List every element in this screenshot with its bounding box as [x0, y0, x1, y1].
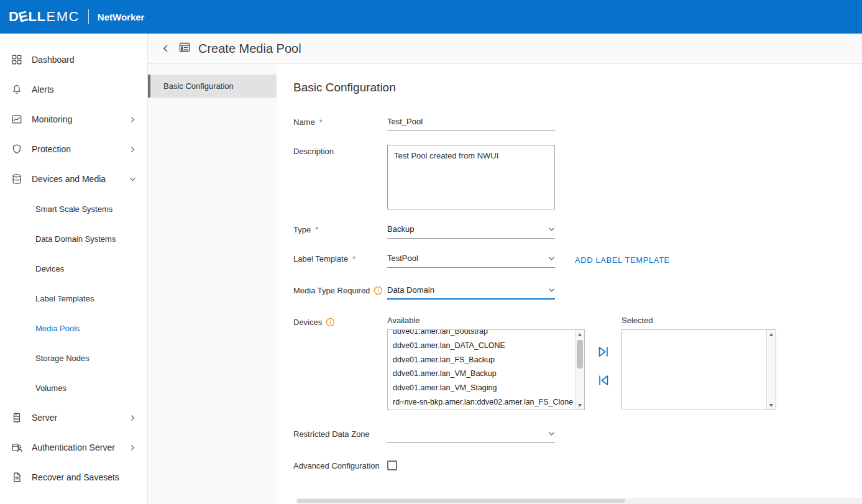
advanced-configuration-checkbox[interactable] — [387, 460, 397, 470]
available-listbox[interactable]: ddve01.amer.lan_Bootstrap ddve01.amer.la… — [387, 329, 585, 410]
horizontal-scrollbar[interactable] — [296, 498, 862, 504]
selected-scrollbar[interactable] — [766, 330, 776, 410]
sidebar-item-label-templates[interactable]: Label Templates — [0, 283, 148, 313]
wizard-steps-panel: Basic Configuration — [148, 64, 277, 504]
basic-configuration-form: Basic Configuration Name* Description — [277, 64, 862, 504]
sidebar-item-devices-and-media[interactable]: Devices and Media — [0, 164, 148, 194]
sidebar-item-alerts[interactable]: Alerts — [0, 75, 148, 104]
bell-icon — [11, 84, 22, 95]
dell-emc-logo: DELLEMC NetWorker — [9, 9, 144, 25]
info-icon[interactable] — [326, 318, 335, 327]
move-left-icon — [595, 372, 612, 388]
logo-emc: EMC — [46, 9, 79, 25]
sidebar: Dashboard Alerts Monitoring Protection D… — [0, 34, 148, 504]
scroll-up-arrow[interactable] — [767, 330, 776, 339]
sidebar-item-volumes[interactable]: Volumes — [0, 373, 148, 403]
required-asterisk: * — [315, 225, 318, 234]
media-pool-icon — [178, 41, 191, 56]
sidebar-item-server[interactable]: Server — [0, 403, 148, 433]
sidebar-item-label: Alerts — [32, 85, 54, 94]
form-heading: Basic Configuration — [293, 81, 862, 94]
chevron-down-icon — [548, 285, 555, 295]
transfer-buttons — [585, 316, 621, 389]
list-item[interactable]: rd=nve-sn-bkp.amer.lan:ddve02.amer.lan_V… — [388, 410, 575, 410]
description-textarea[interactable]: Test Pool created from NWUI — [387, 145, 555, 209]
sidebar-item-smart-scale-systems[interactable]: Smart Scale Systems — [0, 194, 148, 224]
chevron-right-icon — [129, 414, 137, 422]
sidebar-item-recover-and-savesets[interactable]: Recover and Savesets — [0, 462, 148, 492]
move-right-icon — [595, 344, 612, 360]
restricted-data-zone-row: Restricted Data Zone — [293, 428, 862, 443]
main-content: Create Media Pool Basic Configuration Ba… — [148, 34, 862, 504]
name-input[interactable] — [387, 116, 555, 131]
page-body: Basic Configuration Basic Configuration … — [148, 64, 862, 504]
list-item[interactable]: rd=nve-sn-bkp.amer.lan:ddve02.amer.lan_F… — [388, 395, 575, 410]
advanced-configuration-row: Advanced Configuration — [293, 459, 862, 470]
required-asterisk: * — [319, 117, 323, 127]
list-item[interactable]: ddve01.amer.lan_VM_Backup — [388, 367, 575, 381]
product-name: NetWorker — [98, 12, 145, 22]
name-row: Name* — [293, 116, 862, 131]
sidebar-item-label: Protection — [32, 144, 71, 154]
sidebar-subitem-label: Media Pools — [35, 324, 80, 333]
database-stack-icon — [11, 173, 22, 185]
recover-document-icon — [11, 472, 22, 483]
sidebar-item-devices[interactable]: Devices — [0, 254, 148, 283]
restricted-data-zone-select[interactable] — [387, 428, 555, 443]
scroll-down-arrow[interactable] — [767, 401, 776, 410]
description-label: Description — [293, 145, 387, 156]
sidebar-item-label: Server — [32, 413, 57, 423]
label-template-label: Label Template* — [293, 252, 387, 263]
devices-row: Devices Available ddve01.amer.lan_Bootst… — [293, 316, 862, 410]
chevron-right-icon — [129, 145, 137, 153]
selected-listbox[interactable] — [621, 329, 776, 410]
add-label-template-button[interactable]: ADD LABEL TEMPLATE — [575, 252, 670, 265]
wizard-step-basic-configuration[interactable]: Basic Configuration — [148, 75, 277, 98]
scroll-down-arrow[interactable] — [575, 401, 584, 410]
sidebar-item-media-pools[interactable]: Media Pools — [0, 313, 148, 343]
sidebar-item-monitoring[interactable]: Monitoring — [0, 104, 148, 134]
list-item[interactable]: ddve01.amer.lan_Bootstrap — [388, 330, 575, 339]
available-scrollbar[interactable] — [575, 330, 584, 410]
restricted-data-zone-label: Restricted Data Zone — [293, 428, 387, 439]
page-titlebar: Create Media Pool — [148, 34, 862, 64]
label-template-select-value: TestPool — [387, 254, 418, 263]
sidebar-item-label: Dashboard — [32, 55, 75, 65]
page-title: Create Media Pool — [198, 42, 301, 56]
media-type-required-row: Media Type Required Data Domain — [293, 284, 862, 300]
media-type-required-select[interactable]: Data Domain — [387, 284, 555, 300]
scrollbar-thumb[interactable] — [577, 340, 583, 369]
available-column: Available ddve01.amer.lan_Bootstrap ddve… — [387, 316, 585, 410]
devices-dual-list: Available ddve01.amer.lan_Bootstrap ddve… — [387, 316, 776, 410]
brand-separator — [88, 9, 89, 24]
sidebar-item-dashboard[interactable]: Dashboard — [0, 45, 148, 75]
horizontal-scrollbar-thumb[interactable] — [297, 499, 625, 503]
scroll-up-arrow[interactable] — [575, 330, 584, 339]
dashboard-icon — [11, 54, 22, 65]
info-icon[interactable] — [374, 286, 383, 295]
monitoring-icon — [11, 114, 22, 125]
type-row: Type* Backup — [293, 223, 862, 239]
sidebar-item-protection[interactable]: Protection — [0, 134, 148, 164]
list-item[interactable]: ddve01.amer.lan_DATA_CLONE — [388, 339, 575, 353]
advanced-configuration-label: Advanced Configuration — [293, 459, 387, 470]
selected-column: Selected — [621, 316, 776, 410]
wizard-step-label: Basic Configuration — [163, 81, 234, 91]
sidebar-item-authentication-server[interactable]: Authentication Server — [0, 433, 148, 462]
selected-label: Selected — [621, 316, 776, 325]
chevron-down-icon — [548, 224, 555, 234]
sidebar-item-label: Recover and Savesets — [32, 472, 119, 482]
chevron-left-icon — [161, 44, 171, 53]
shield-icon — [11, 144, 22, 155]
sidebar-item-data-domain-systems[interactable]: Data Domain Systems — [0, 224, 148, 254]
available-label: Available — [387, 316, 585, 325]
back-button[interactable] — [159, 42, 173, 55]
label-template-select[interactable]: TestPool — [387, 252, 555, 268]
list-item[interactable]: ddve01.amer.lan_FS_Backup — [388, 353, 575, 367]
sidebar-item-storage-nodes[interactable]: Storage Nodes — [0, 343, 148, 373]
required-asterisk: * — [352, 254, 355, 263]
move-to-selected-button[interactable] — [595, 343, 612, 360]
move-to-available-button[interactable] — [595, 372, 612, 389]
list-item[interactable]: ddve01.amer.lan_VM_Staging — [388, 381, 575, 395]
type-select[interactable]: Backup — [387, 223, 555, 239]
